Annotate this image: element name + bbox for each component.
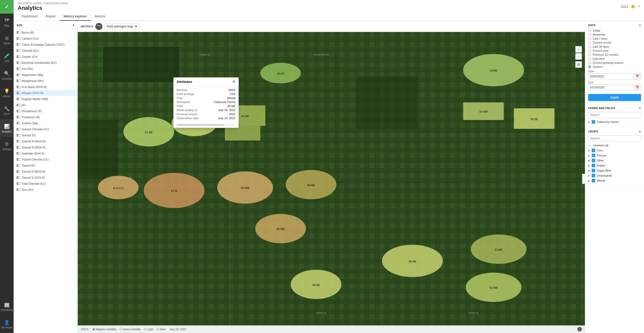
sidebar-item-my-profile[interactable]: 👤 My Profile	[0, 315, 14, 333]
soil-item-zinc[interactable]: Zinc (Zn)	[14, 187, 77, 193]
popup-scrollbar[interactable]	[177, 124, 235, 126]
crop-checkbox-wheat[interactable]: ✓	[592, 179, 595, 182]
soil-item-chloride[interactable]: Chloride (Cl-)	[14, 48, 77, 54]
soil-item-sodium[interactable]: Sodium (Na)	[14, 120, 77, 126]
date-section-header[interactable]: DATE ∧	[588, 23, 641, 27]
soil-item-topsoil-n[interactable]: Topsoil N (NO3-N)	[14, 169, 77, 175]
unselect-all-item[interactable]: ✓ Unselect all	[588, 143, 641, 148]
start-date-input[interactable]: 01/01/2021	[588, 74, 634, 79]
end-date-input[interactable]: 07/19/2023	[588, 85, 634, 90]
date-option-custom[interactable]: Custom	[588, 65, 641, 68]
soil-item-iron[interactable]: Iron (Fe)	[14, 66, 77, 72]
crop-item-sugar-beet[interactable]: ▶ ✓ Sugar Beet	[588, 168, 641, 173]
crop-checkbox-unassigned[interactable]: ✓	[592, 174, 595, 177]
soil-item-subsoil-chloride[interactable]: Subsoil Chloride (Cl-)	[14, 126, 77, 132]
tab-dashboard[interactable]: Dashboard	[18, 12, 42, 21]
radio-dark-label: Dark	[160, 328, 166, 331]
map-layers-button[interactable]: ⊞	[575, 61, 582, 68]
sidebar-item-map[interactable]: 🗺 Map	[0, 14, 14, 31]
soil-item-potassium[interactable]: Potassium (K)	[14, 114, 77, 120]
radio-dark[interactable]: Dark	[156, 328, 166, 331]
end-calendar-button[interactable]: 📅	[634, 85, 641, 90]
crop-item-potato[interactable]: ▶ ✓ Potato	[588, 163, 641, 168]
date-option-last-year[interactable]: Last year	[588, 57, 641, 60]
crop-checkbox-potato[interactable]: ✓	[592, 164, 595, 167]
crop-item-fescue[interactable]: ▶ ✓ Fescue	[588, 153, 641, 158]
soil-item-topsoil-ec[interactable]: Topsoil EC	[14, 162, 77, 169]
soil-item-n-to-apply[interactable]: N to Apply (NO3-N)	[14, 84, 77, 90]
date-option-last7[interactable]: Last 7 days	[588, 37, 641, 40]
user-icon[interactable]: 🙂	[631, 5, 635, 9]
soil-item-subsoil-ec[interactable]: Subsoil EC	[14, 132, 77, 138]
soil-collapse-icon[interactable]: ∧	[72, 23, 74, 27]
map-divider-button[interactable]: ⋮	[582, 174, 585, 184]
date-option-yesterday[interactable]: Yesterday	[588, 33, 641, 36]
tab-report[interactable]: Report	[42, 12, 60, 21]
farms-section-header[interactable]: FARMS AND FIELDS ∧	[588, 106, 641, 110]
crop-item-unassigned[interactable]: ▶ ✓ Unassigned	[588, 173, 641, 178]
soil-item-subsoil-s[interactable]: Subsoil S (SO4-S)	[14, 144, 77, 150]
zoom-out-button[interactable]: −	[575, 53, 582, 60]
crop-checkbox-sugar-beet[interactable]: ✓	[592, 169, 595, 172]
soil-item-phosphorus[interactable]: Phosphorus (P)	[14, 108, 77, 114]
soil-item-copper[interactable]: Copper (Cu)	[14, 54, 77, 60]
date-option-last30[interactable]: Last 30 days	[588, 45, 641, 48]
crop-checkbox-fescue[interactable]: ✓	[592, 154, 595, 157]
soil-item-boron[interactable]: Boron (B)	[14, 29, 77, 36]
soil-item-organic-matter[interactable]: Organic Matter (OM)	[14, 96, 77, 102]
sidebar-item-soil[interactable]: 🧪 Soil	[0, 49, 14, 66]
crops-search-input[interactable]	[588, 135, 641, 141]
zoom-in-button[interactable]: +	[575, 46, 582, 53]
tab-metrics[interactable]: Metrics	[91, 12, 109, 21]
tab-metrics-explorer[interactable]: Metrics explorer	[60, 12, 91, 21]
date-option-current-month[interactable]: Current month	[588, 41, 641, 44]
crops-section-header[interactable]: CROPS ∧	[588, 130, 641, 133]
sidebar-item-work[interactable]: 🔧 Work	[0, 102, 14, 119]
soil-item-ph[interactable]: pH	[14, 102, 77, 108]
date-option-label: Current month	[593, 41, 611, 44]
sidebar-item-analytics[interactable]: 📊 Analytics	[0, 119, 14, 137]
popup-close-button[interactable]: ✕	[232, 80, 235, 84]
field-averages-dropdown[interactable]: Field averages map ▼	[104, 23, 140, 29]
sidebar-item-label: Analytics	[2, 130, 12, 133]
farm-item-tublerone[interactable]: ▶ ✓ Tublerone Farms	[588, 119, 641, 124]
crop-item-other[interactable]: ▶ ✓ Other	[588, 158, 641, 163]
camera-button[interactable]: 📷	[95, 23, 102, 30]
soil-item-subsoil-n[interactable]: Subsoil N (NO3-N)	[14, 138, 77, 144]
soil-item-total-chloride[interactable]: Total Chloride (Cl-)	[14, 181, 77, 187]
crop-expand-icon: ▶	[588, 179, 590, 182]
soil-item-magnesium[interactable]: Magnesium (Mg)	[14, 72, 77, 78]
radio-azure-satellite[interactable]: Azure Satellite	[119, 328, 141, 331]
apply-button[interactable]: Apply	[588, 94, 641, 101]
sidebar-item-advice[interactable]: 💡 Advice	[0, 84, 14, 102]
date-option-current-year[interactable]: Current year	[588, 49, 641, 52]
date-option-prev12[interactable]: Previous 12 months	[588, 53, 641, 56]
sidebar-item-fields[interactable]: ⊞ Fields	[0, 31, 14, 49]
soil-item-topsoil-s[interactable]: Topsoil S (SO4-S)	[14, 175, 77, 181]
soil-item-calcium[interactable]: Calcium (Ca)	[14, 36, 77, 42]
help-icon[interactable]: ?	[638, 5, 640, 9]
soil-item-ec[interactable]: Electrical Conductivity (EC)	[14, 60, 77, 66]
crop-checkbox-other[interactable]: ✓	[592, 159, 595, 162]
map-info-button[interactable]: ℹ	[577, 327, 582, 331]
date-option-today[interactable]: Today	[588, 29, 641, 32]
date-option-current-growing[interactable]: Current growing season	[588, 61, 641, 64]
soil-item-topsoil-chloride[interactable]: Topsoil Chloride (Cl-)	[14, 156, 77, 162]
soil-item-nitogen[interactable]: Nitogen (NO3-N)	[14, 90, 77, 96]
sidebar-item-scouting[interactable]: 🔍 Scouting	[0, 66, 14, 84]
farms-search-input[interactable]	[588, 112, 641, 118]
sidebar-item-settings[interactable]: ⚙ Settings	[0, 137, 14, 155]
map-background[interactable]: 21-SE 22-SW 22-SE 23-W 19-NE	[78, 32, 585, 325]
soil-item-cec[interactable]: Cation Exchange Capacity (CEC)	[14, 42, 77, 48]
crop-item-wheat[interactable]: ▶ ✓ Wheat	[588, 178, 641, 183]
radio-light[interactable]: Light	[144, 328, 153, 331]
radio-mapbox-satellite[interactable]: Mapbox Satellite	[93, 328, 116, 331]
farm-checkbox[interactable]: ✓	[592, 120, 595, 124]
soil-item-manganese[interactable]: Manganese (Mn)	[14, 78, 77, 84]
sidebar-item-operations[interactable]: 🏢 Operations	[0, 298, 14, 315]
soil-grid-icon	[17, 74, 20, 76]
start-calendar-button[interactable]: 📅	[634, 74, 641, 79]
crop-item-corn[interactable]: ▶ ✓ Corn	[588, 148, 641, 153]
crop-checkbox-corn[interactable]: ✓	[592, 149, 595, 152]
soil-item-sulphate[interactable]: Sulphate (SO4-S)	[14, 150, 77, 156]
